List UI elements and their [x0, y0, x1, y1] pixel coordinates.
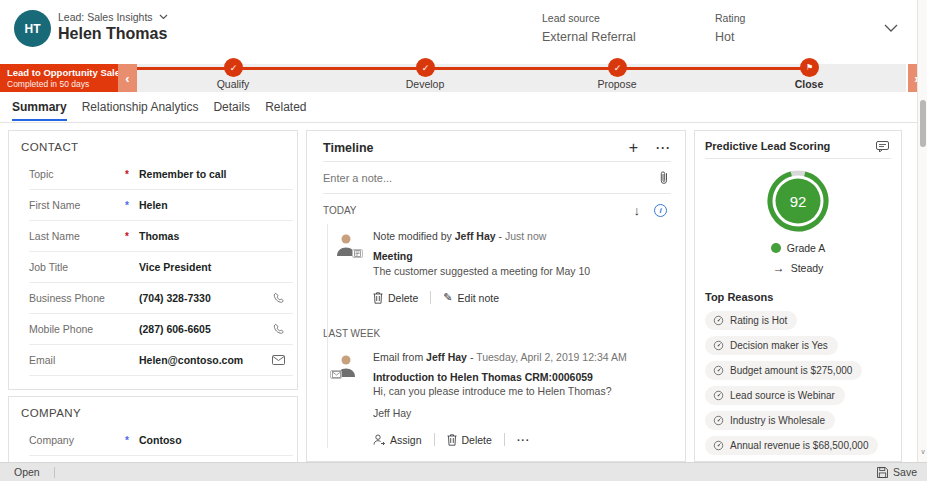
stage-develop-label[interactable]: Develop [375, 78, 475, 90]
reason-chip[interactable]: Annual revenue is $68,500,000 [705, 436, 878, 455]
entry-title: Meeting [373, 250, 671, 262]
process-status: Completed in 50 days [7, 79, 111, 89]
rating-value[interactable]: Hot [715, 30, 745, 44]
timeline-title: Timeline [323, 141, 629, 155]
lead-source-value[interactable]: External Referral [542, 30, 636, 44]
assign-person-icon [373, 434, 385, 446]
flag-icon: ⚑ [806, 63, 813, 72]
vertical-scrollbar[interactable]: ∨ [917, 0, 927, 462]
author-name: Jeff Hay [455, 230, 496, 242]
process-name-box[interactable]: Lead to Opportunity Sale... Completed in… [0, 64, 118, 92]
required-marker: * [125, 169, 139, 180]
timeline-group-last-week: LAST WEEK [307, 312, 685, 345]
header-field-lead-source: Lead source External Referral [542, 12, 636, 44]
rating-label: Rating [715, 12, 745, 24]
reason-chip[interactable]: Lead source is Webinar [705, 386, 845, 405]
save-icon [877, 467, 888, 478]
edit-note-button[interactable]: ✎ Edit note [443, 291, 499, 304]
add-activity-icon[interactable]: + [629, 142, 638, 154]
stage-qualify-icon[interactable]: ✓ [224, 58, 243, 77]
save-button[interactable]: Save [877, 466, 917, 478]
lead-trend: → Steady [695, 261, 901, 275]
email-icon[interactable] [272, 355, 285, 365]
status-bar: Open Save [0, 462, 927, 481]
required-marker: * [125, 231, 139, 242]
field-job-title[interactable]: Job Title Vice President [29, 252, 293, 283]
trash-icon [373, 292, 383, 304]
stage-develop-icon[interactable]: ✓ [416, 58, 435, 77]
timeline-panel: Timeline + ··· TODAY ↓ i [306, 130, 686, 462]
more-actions-icon[interactable]: ··· [517, 434, 531, 446]
contact-section-title: CONTACT [9, 131, 297, 159]
timeline-entry-note[interactable]: Note modified by Jeff Hay - Just now Mee… [323, 224, 685, 312]
phone-icon[interactable] [273, 292, 285, 304]
record-type-label: Lead: Sales Insights [58, 11, 153, 23]
stage-propose-label[interactable]: Propose [567, 78, 667, 90]
field-last-name[interactable]: Last Name * Thomas [29, 221, 293, 252]
entry-body: Hi, can you please introduce me to Helen… [373, 385, 671, 397]
required-marker: * [125, 435, 139, 446]
reason-chip[interactable]: Rating is Hot [705, 311, 797, 330]
score-gauge-icon [713, 340, 724, 351]
chevron-down-icon [159, 14, 168, 20]
tab-relationship-analytics[interactable]: Relationship Analytics [82, 100, 199, 119]
timeline-group-today: TODAY ↓ i [307, 194, 685, 224]
note-input[interactable] [323, 172, 659, 184]
entry-signature: Jeff Hay [373, 407, 671, 419]
timeline-spine [327, 224, 328, 448]
more-commands-icon[interactable]: ··· [656, 141, 671, 155]
author-avatar [333, 353, 360, 377]
field-mobile-phone[interactable]: Mobile Phone (287) 606-6605 [29, 314, 293, 345]
scrollbar-down-arrow-icon[interactable]: ∨ [919, 448, 927, 456]
company-section-title: COMPANY [9, 397, 297, 425]
paperclip-icon[interactable] [659, 170, 669, 185]
field-first-name[interactable]: First Name * Helen [29, 190, 293, 221]
field-email[interactable]: Email Helen@contoso.com [29, 345, 293, 376]
grade-dot-icon [771, 243, 781, 253]
stage-close-label[interactable]: Close [759, 78, 859, 90]
scrollbar-thumb[interactable] [920, 100, 926, 147]
process-scroll-left-icon[interactable]: ‹ [118, 64, 137, 92]
entry-body: The customer suggested a meeting for May… [373, 265, 671, 277]
field-business-phone[interactable]: Business Phone (704) 328-7330 [29, 283, 293, 314]
scoring-title: Predictive Lead Scoring [705, 140, 876, 152]
company-section: COMPANY Company * Contoso [8, 396, 298, 466]
check-icon: ✓ [614, 63, 622, 73]
reason-chip[interactable]: Budget amount is $275,000 [705, 361, 862, 380]
info-icon[interactable]: i [654, 204, 667, 217]
stage-propose-icon[interactable]: ✓ [608, 58, 627, 77]
record-type-switcher[interactable]: Lead: Sales Insights [58, 11, 168, 23]
email-badge-icon [330, 370, 342, 379]
assign-button[interactable]: Assign [373, 434, 422, 446]
sort-descending-icon[interactable]: ↓ [634, 203, 641, 218]
trash-icon [447, 434, 457, 446]
note-badge-icon [352, 249, 363, 258]
header-field-rating: Rating Hot [715, 12, 745, 44]
entry-timestamp: Just now [505, 230, 546, 242]
tab-summary[interactable]: Summary [12, 100, 67, 121]
field-company[interactable]: Company * Contoso [29, 425, 293, 456]
record-status: Open [14, 466, 40, 478]
feedback-icon[interactable] [876, 141, 889, 152]
reason-chip[interactable]: Industry is Wholesale [705, 411, 835, 430]
field-topic[interactable]: Topic * Remember to call [29, 159, 293, 190]
collapse-header-chevron-icon[interactable] [884, 24, 898, 33]
lead-record-page: HT Lead: Sales Insights Helen Thomas Lea… [0, 0, 927, 481]
phone-icon[interactable] [273, 323, 285, 335]
check-icon: ✓ [230, 63, 238, 73]
lead-score-value: 92 [766, 169, 830, 233]
stage-qualify-label[interactable]: Qualify [183, 78, 283, 90]
lead-source-label: Lead source [542, 12, 636, 24]
check-icon: ✓ [422, 63, 430, 73]
score-gauge-icon [713, 365, 724, 376]
stage-close-icon[interactable]: ⚑ [800, 58, 819, 77]
lead-score-gauge: 92 [766, 169, 830, 233]
lead-grade: Grade A [695, 242, 901, 254]
delete-button[interactable]: Delete [373, 292, 418, 304]
score-gauge-icon [713, 390, 724, 401]
reason-chip[interactable]: Decision maker is Yes [705, 336, 838, 355]
timeline-entry-email[interactable]: Email from Jeff Hay - Tuesday, April 2, … [323, 345, 685, 454]
tab-related[interactable]: Related [265, 100, 306, 119]
delete-button[interactable]: Delete [447, 434, 492, 446]
tab-details[interactable]: Details [213, 100, 250, 119]
